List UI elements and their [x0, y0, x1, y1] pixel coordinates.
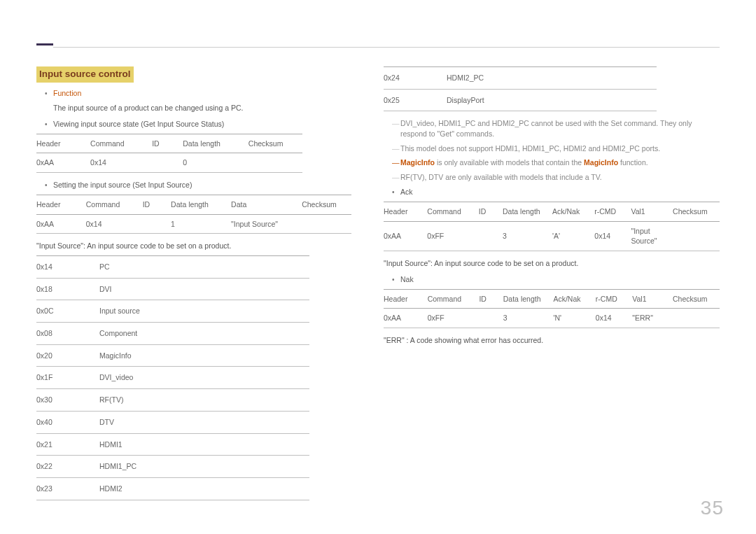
- td: 0x1F: [36, 367, 99, 389]
- bullet-viewing-label: Viewing input source state (Get Input So…: [53, 119, 364, 129]
- td: [673, 221, 720, 251]
- dash-icon: ―: [392, 172, 400, 183]
- td: [143, 214, 171, 234]
- td: 0x14: [90, 153, 152, 173]
- note-text: function.: [618, 158, 648, 167]
- th: Header: [36, 195, 86, 214]
- bullet-function: • Function: [45, 88, 364, 99]
- bullet-dot-icon: •: [45, 88, 49, 99]
- bullet-dot-icon: •: [45, 119, 49, 129]
- td: "Input Source": [631, 221, 673, 251]
- td: 0: [183, 153, 248, 173]
- td: 0xFF: [427, 221, 479, 251]
- td: 0xAA: [384, 221, 427, 251]
- th: ID: [479, 202, 503, 221]
- td: [479, 221, 503, 251]
- td: 0x40: [36, 411, 99, 433]
- th: Ack/Nak: [553, 289, 595, 309]
- th: Data length: [503, 202, 552, 221]
- td: "ERR": [632, 309, 673, 328]
- td: MagicInfo: [99, 344, 309, 367]
- th: Val1: [631, 202, 673, 221]
- td: 0x14: [594, 221, 631, 251]
- td: [302, 214, 351, 234]
- th: Data length: [171, 195, 231, 214]
- note-line: ― This model does not support HDMI1, HDM…: [392, 143, 720, 154]
- td: HDMI2: [99, 477, 309, 500]
- dash-icon: ―: [392, 118, 400, 129]
- th: r-CMD: [596, 289, 632, 309]
- td: 0x08: [36, 323, 99, 345]
- th: ID: [479, 289, 503, 309]
- td: 3: [503, 309, 554, 328]
- td: 0x14: [36, 256, 99, 279]
- th: ID: [152, 134, 183, 153]
- th: Checksum: [248, 134, 302, 153]
- top-marker: [36, 43, 53, 45]
- th: Ack/Nak: [552, 202, 594, 221]
- td: 0x14: [596, 309, 632, 328]
- th: Val1: [632, 289, 673, 309]
- td: PC: [99, 256, 309, 279]
- magicinfo-label: MagicInfo: [400, 158, 435, 167]
- th: Header: [384, 202, 427, 221]
- note-text: This model does not support HDMI1, HDMI1…: [400, 143, 720, 154]
- td: 0x0C: [36, 300, 99, 323]
- td: DTV: [99, 411, 309, 433]
- bullet-nak: • Nak: [392, 274, 720, 285]
- td: [673, 309, 720, 328]
- th: Data length: [503, 289, 554, 309]
- td: "Input Source": [231, 214, 302, 234]
- th: Command: [90, 134, 152, 153]
- th: Header: [384, 289, 428, 309]
- th: Checksum: [673, 202, 720, 221]
- bullet-ack: • Ack: [392, 187, 720, 197]
- th: Command: [428, 289, 479, 309]
- td: 'N': [553, 309, 595, 328]
- th: Command: [427, 202, 479, 221]
- bullet-setting: • Setting the input source (Set Input So…: [45, 180, 364, 190]
- bullet-dot-icon: •: [392, 274, 396, 285]
- table-input-source-codes-left: 0x14PC 0x18DVI 0x0CInput source 0x08Comp…: [36, 255, 309, 500]
- page-content: Input source control • Function The inpu…: [36, 66, 720, 513]
- td: 0xAA: [36, 153, 90, 173]
- th: r-CMD: [594, 202, 631, 221]
- td: [152, 153, 183, 173]
- magicinfo-label: MagicInfo: [584, 158, 618, 167]
- page-number: 35: [701, 494, 724, 521]
- td: 0xAA: [36, 214, 86, 234]
- th: Checksum: [302, 195, 351, 214]
- td: 0x18: [36, 278, 99, 300]
- dash-icon: ―: [392, 157, 400, 168]
- th: ID: [143, 195, 171, 214]
- td: HDMI2_PC: [447, 67, 657, 90]
- right-column: 0x24HDMI2_PC 0x25DisplayPort ― DVI_video…: [384, 66, 720, 513]
- td: HDMI1_PC: [99, 456, 309, 478]
- bullet-ack-label: Ack: [400, 187, 720, 197]
- bullet-function-label: Function: [53, 88, 364, 99]
- note-line: ― DVI_video, HDMI1_PC and HDMI2_PC canno…: [392, 118, 720, 139]
- td: DVI_video: [99, 367, 309, 389]
- td: Component: [99, 323, 309, 345]
- err-note: "ERR" : A code showing what error has oc…: [384, 335, 720, 346]
- table-set-input-source: Header Command ID Data length Data Check…: [36, 195, 351, 234]
- dash-icon: ―: [392, 143, 400, 154]
- th: Command: [86, 195, 143, 214]
- input-source-desc-2: "Input Source": An input source code to …: [384, 258, 720, 269]
- td: 0x25: [384, 89, 447, 111]
- bullet-setting-label: Setting the input source (Set Input Sour…: [53, 180, 364, 190]
- td: HDMI1: [99, 433, 309, 456]
- section-title: Input source control: [36, 66, 134, 83]
- td: 0x23: [36, 477, 99, 500]
- top-rule: [53, 47, 720, 48]
- table-ack: Header Command ID Data length Ack/Nak r-…: [384, 202, 720, 251]
- note-text: MagicInfo is only available with models …: [400, 157, 720, 168]
- table-get-input-source: Header Command ID Data length Checksum 0…: [36, 134, 302, 173]
- note-line: ― RF(TV), DTV are only available with mo…: [392, 172, 720, 183]
- bullet-viewing: • Viewing input source state (Get Input …: [45, 119, 364, 129]
- td: 0xAA: [384, 309, 428, 328]
- function-description: The input source of a product can be cha…: [53, 103, 364, 113]
- td: 0x21: [36, 433, 99, 456]
- td: 3: [503, 221, 552, 251]
- input-source-desc: "Input Source": An input source code to …: [36, 241, 364, 251]
